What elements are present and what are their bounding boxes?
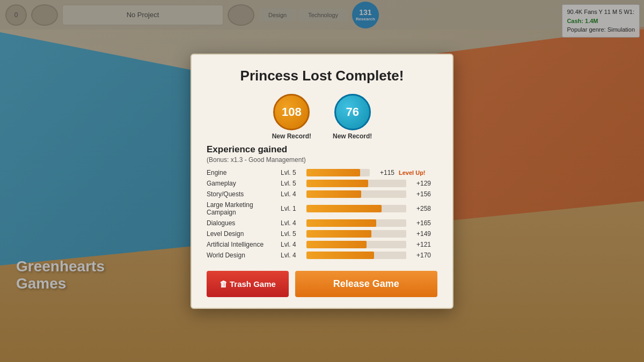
skill-name-4: Dialogues [207,219,276,227]
skill-xp-1: +129 [411,180,431,187]
skill-name-2: Story/Quests [207,190,276,198]
skill-name-3: Large Marketing Campaign [207,201,276,216]
skill-xp-4: +165 [411,219,431,227]
completion-modal: Princess Lost Complete! 108 New Record! … [191,54,453,309]
skill-bar-fill-6 [306,241,367,248]
skill-row-2: Story/QuestsLvl. 4+156 [207,190,431,198]
skill-bar-fill-2 [306,190,361,198]
skill-bar-bg-3 [306,205,406,212]
score-label-2: New Record! [333,132,372,140]
skill-bar-bg-0 [306,169,370,176]
skill-bar-fill-3 [306,205,382,212]
score-circle-orange: 108 [273,94,310,130]
skill-level-2: Lvl. 4 [281,190,302,198]
score-item-1: 108 New Record! [272,94,311,140]
skill-bar-bg-1 [306,180,406,187]
skill-xp-7: +170 [411,252,431,259]
skill-name-7: World Design [207,252,276,259]
skill-bar-fill-7 [306,252,374,259]
skill-name-5: Level Design [207,230,276,238]
skill-level-3: Lvl. 1 [281,205,302,212]
skill-bar-bg-6 [306,241,406,248]
skill-row-4: DialoguesLvl. 4+165 [207,219,431,227]
score-label-1: New Record! [272,132,311,140]
skill-row-6: Artificial IntelligenceLvl. 4+121 [207,241,431,248]
trash-game-button[interactable]: 🗑 Trash Game [207,271,289,297]
score-circle-blue: 76 [334,94,371,130]
button-row: 🗑 Trash Game Release Game [207,271,437,297]
skill-xp-2: +156 [411,190,431,198]
skill-xp-3: +258 [411,205,431,212]
skill-name-1: Gameplay [207,180,276,187]
skill-bar-fill-1 [306,180,368,187]
skill-bar-fill-4 [306,219,376,227]
skill-xp-6: +121 [411,241,431,248]
skill-name-0: Engine [207,169,276,176]
skill-row-7: World DesignLvl. 4+170 [207,252,431,259]
skill-bar-bg-5 [306,230,406,238]
skill-row-0: EngineLvl. 5+115Level Up! [207,169,431,176]
skill-row-5: Level DesignLvl. 5+149 [207,230,431,238]
skill-level-1: Lvl. 5 [281,180,302,187]
skill-name-6: Artificial Intelligence [207,241,276,248]
skills-container[interactable]: EngineLvl. 5+115Level Up!GameplayLvl. 5+… [207,169,437,262]
bonus-text: (Bonus: x1.3 - Good Management) [207,156,437,164]
skill-xp-0: +115 [374,169,394,176]
skill-level-4: Lvl. 4 [281,219,302,227]
modal-overlay: Princess Lost Complete! 108 New Record! … [0,0,644,362]
skill-level-5: Lvl. 5 [281,230,302,238]
skill-bar-fill-0 [306,169,360,176]
skill-level-7: Lvl. 4 [281,252,302,259]
score-row: 108 New Record! 76 New Record! [207,94,437,140]
skill-bar-bg-4 [306,219,406,227]
skill-bar-fill-5 [306,230,371,238]
skill-level-0: Lvl. 5 [281,169,302,176]
release-game-button[interactable]: Release Game [295,271,437,297]
skill-row-1: GameplayLvl. 5+129 [207,180,431,187]
skill-bar-bg-2 [306,190,406,198]
skill-xp-5: +149 [411,230,431,238]
modal-title: Princess Lost Complete! [207,68,437,84]
score-item-2: 76 New Record! [333,94,372,140]
skill-level-6: Lvl. 4 [281,241,302,248]
skill-bar-bg-7 [306,252,406,259]
skill-levelup-0: Level Up! [399,169,431,176]
experience-title: Experience gained [207,144,437,155]
skill-row-3: Large Marketing CampaignLvl. 1+258 [207,201,431,216]
